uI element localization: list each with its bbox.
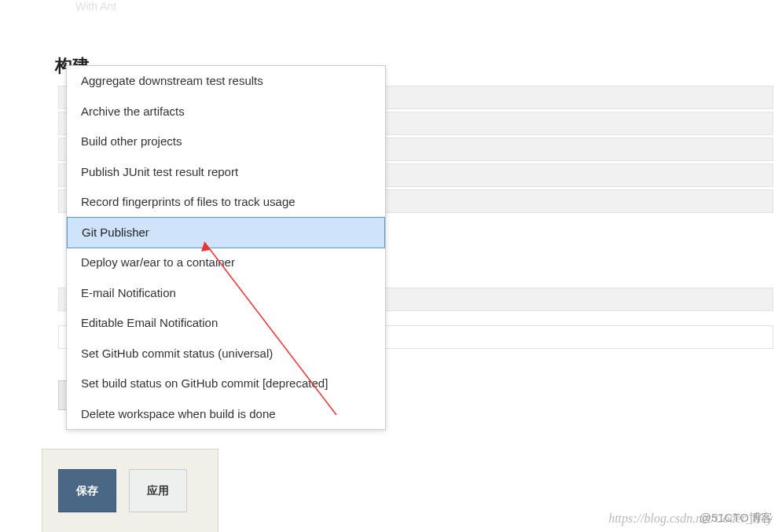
- apply-button[interactable]: 应用: [129, 469, 187, 512]
- menu-item-delete-workspace[interactable]: Delete workspace when build is done: [67, 399, 385, 430]
- menu-item-publish-junit[interactable]: Publish JUnit test result report: [67, 157, 385, 188]
- menu-item-github-commit-status[interactable]: Set GitHub commit status (universal): [67, 339, 385, 369]
- footer-actions: 保存 应用: [42, 449, 218, 532]
- menu-item-deploy-war-ear[interactable]: Deploy war/ear to a container: [67, 248, 385, 278]
- menu-item-aggregate-downstream[interactable]: Aggregate downstream test results: [67, 66, 385, 97]
- menu-item-git-publisher[interactable]: Git Publisher: [67, 217, 385, 249]
- watermark-51cto: @51CTO博客: [699, 511, 773, 526]
- menu-item-archive-artifacts[interactable]: Archive the artifacts: [67, 97, 385, 127]
- menu-item-editable-email[interactable]: Editable Email Notification: [67, 308, 385, 339]
- menu-item-github-build-status-deprecated[interactable]: Set build status on GitHub commit [depre…: [67, 369, 385, 399]
- menu-item-record-fingerprints[interactable]: Record fingerprints of files to track us…: [67, 187, 385, 218]
- menu-item-build-other-projects[interactable]: Build other projects: [67, 127, 385, 157]
- post-build-actions-menu: Aggregate downstream test results Archiv…: [66, 65, 386, 430]
- menu-item-email-notification[interactable]: E-mail Notification: [67, 278, 385, 309]
- prev-step-label: With Ant: [75, 0, 782, 19]
- save-button[interactable]: 保存: [58, 469, 116, 512]
